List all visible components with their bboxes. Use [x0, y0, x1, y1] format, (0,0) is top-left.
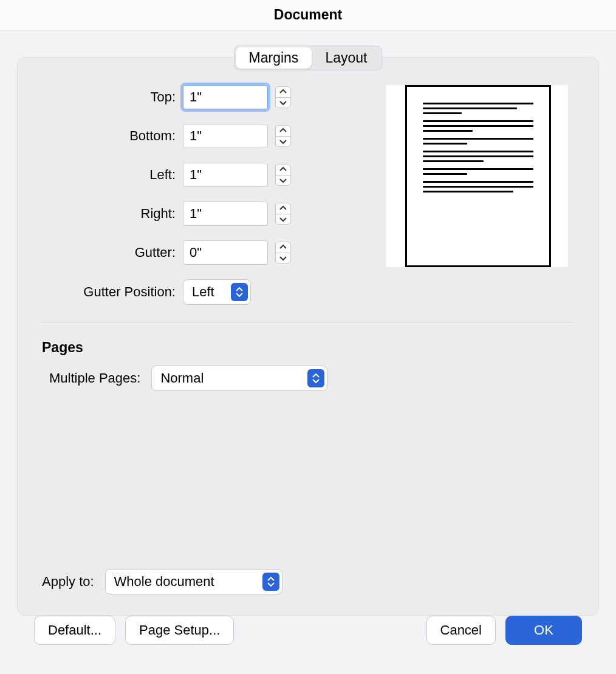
page-preview — [386, 85, 568, 267]
window-title-text: Document — [274, 7, 342, 23]
chevron-down-icon[interactable] — [276, 137, 290, 147]
gutter-input[interactable] — [183, 240, 268, 265]
ok-button-label: OK — [534, 622, 553, 638]
cancel-button[interactable]: Cancel — [426, 616, 496, 645]
tab-layout-label: Layout — [325, 50, 367, 66]
left-input[interactable] — [183, 163, 268, 187]
page-setup-button-label: Page Setup... — [139, 622, 220, 638]
right-input[interactable] — [183, 202, 268, 226]
page-setup-button[interactable]: Page Setup... — [125, 616, 234, 645]
apply-to-select[interactable]: Whole document — [105, 569, 282, 594]
tab-layout[interactable]: Layout — [312, 47, 380, 69]
top-input[interactable] — [183, 85, 268, 109]
apply-to-row: Apply to: Whole document — [42, 569, 282, 594]
default-button[interactable]: Default... — [34, 616, 115, 645]
right-label: Right: — [42, 206, 176, 222]
bottom-input[interactable] — [183, 124, 268, 148]
multiple-pages-select[interactable]: Normal — [151, 366, 327, 391]
bottom-label: Bottom: — [42, 128, 176, 144]
multiple-pages-label: Multiple Pages: — [49, 370, 140, 386]
chevron-up-icon[interactable] — [276, 203, 290, 214]
gutter-position-label: Gutter Position: — [42, 284, 176, 300]
multiple-pages-value: Normal — [160, 370, 204, 386]
multiple-pages-row: Multiple Pages: Normal — [42, 366, 574, 391]
gutter-position-value: Left — [192, 284, 214, 300]
default-button-label: Default... — [48, 622, 101, 638]
page-preview-page — [405, 85, 551, 267]
apply-to-label: Apply to: — [42, 574, 94, 590]
chevron-down-icon[interactable] — [276, 253, 290, 264]
updown-icon — [307, 369, 324, 387]
pages-heading: Pages — [42, 339, 574, 356]
chevron-down-icon[interactable] — [276, 214, 290, 225]
updown-icon — [262, 573, 279, 591]
gutter-position-select[interactable]: Left — [183, 279, 251, 305]
dialog-body: Margins Layout Top: Bottom: Left: — [0, 30, 616, 657]
left-label: Left: — [42, 167, 176, 183]
bottom-stepper[interactable] — [275, 125, 291, 147]
tab-margins-label: Margins — [249, 50, 299, 66]
right-stepper[interactable] — [275, 203, 291, 225]
page-preview-text — [423, 103, 533, 199]
chevron-up-icon[interactable] — [276, 242, 290, 253]
tab-group: Margins Layout — [234, 46, 383, 70]
margins-panel: Top: Bottom: Left: Right: — [17, 57, 599, 616]
dialog-footer: Default... Page Setup... Cancel OK — [17, 616, 599, 645]
chevron-down-icon[interactable] — [276, 175, 290, 186]
window-title: Document — [0, 0, 616, 30]
chevron-up-icon[interactable] — [276, 165, 290, 175]
gutter-label: Gutter: — [42, 245, 176, 260]
top-stepper[interactable] — [275, 86, 291, 108]
chevron-down-icon[interactable] — [276, 98, 290, 108]
chevron-up-icon[interactable] — [276, 87, 290, 98]
tab-margins[interactable]: Margins — [236, 47, 312, 69]
gutter-stepper[interactable] — [275, 242, 291, 264]
divider — [42, 322, 574, 322]
chevron-up-icon[interactable] — [276, 126, 290, 137]
apply-to-value: Whole document — [114, 574, 214, 590]
top-label: Top: — [42, 89, 176, 105]
tabs: Margins Layout — [17, 46, 599, 70]
cancel-button-label: Cancel — [440, 622, 482, 638]
updown-icon — [231, 283, 248, 301]
ok-button[interactable]: OK — [505, 616, 582, 645]
left-stepper[interactable] — [275, 164, 291, 186]
